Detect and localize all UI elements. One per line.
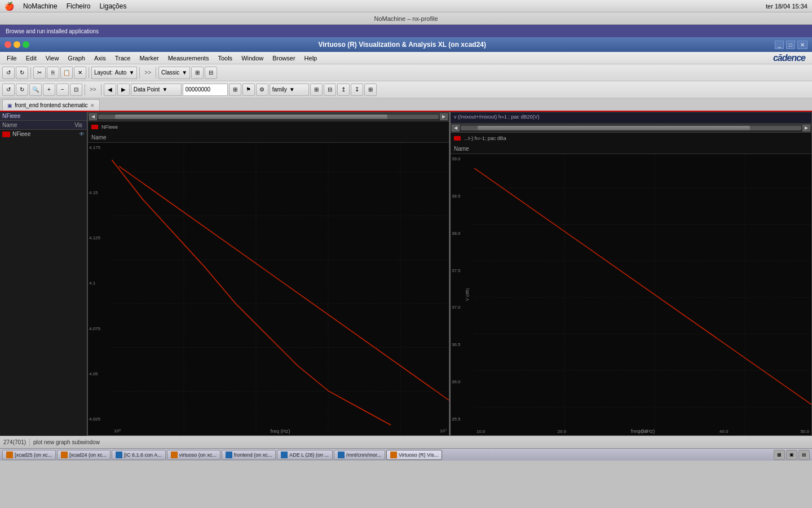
graph2-scroll-track[interactable]	[461, 126, 801, 130]
tb1-cut[interactable]: ✂	[33, 67, 46, 79]
tb1-expand[interactable]: >>	[142, 69, 153, 76]
mac-menu-ligacoes[interactable]: Ligações	[99, 2, 126, 10]
tb2-sep2	[101, 84, 102, 95]
taskbar-sys-1[interactable]: ▦	[774, 450, 785, 460]
tb2-nav5[interactable]: ⊞	[364, 84, 377, 96]
graph2-y-5: 37.0	[452, 305, 474, 310]
graph2-scroll-right[interactable]: ▶	[802, 125, 810, 132]
tb2-grid[interactable]: ⊞	[229, 84, 241, 96]
cadence-logo: cādence	[773, 53, 810, 63]
value-input[interactable]: 00000000	[183, 84, 228, 96]
tb2-fit[interactable]: ⊡	[70, 84, 82, 96]
graph1-legend-row: NFieee	[88, 121, 449, 133]
tb2-zoom-plus[interactable]: +	[43, 84, 55, 96]
graph1-x-min: 10⁰	[114, 428, 121, 434]
graph2-x-max: 50.0	[800, 429, 809, 434]
win-controls	[5, 41, 29, 48]
graph2-y-1: 39.0	[452, 156, 474, 161]
tb2-nav2[interactable]: ⊟	[324, 84, 336, 96]
taskbar-item-3[interactable]: virtuoso (on xc...	[167, 450, 220, 460]
graph1-scroll-left[interactable]: ◀	[89, 113, 97, 120]
close-button[interactable]	[5, 41, 11, 48]
graph1-scroll-thumb[interactable]	[115, 115, 387, 119]
graph1-y-bot: 4.025	[89, 417, 112, 422]
tb1-icon1[interactable]: ⊞	[191, 67, 204, 79]
graph2-x-min: 10.0	[476, 429, 486, 434]
menu-file[interactable]: File	[2, 54, 21, 63]
legend-eye-icon[interactable]: 👁	[79, 131, 85, 137]
graph2-legend-text: ...t-) h=-1; pac dBa	[464, 135, 506, 141]
tb1-icon2[interactable]: ⊟	[205, 67, 217, 79]
apple-icon[interactable]: 🍎	[5, 2, 14, 11]
menu-graph[interactable]: Graph	[63, 54, 90, 63]
classic-arrow-icon: ▼	[182, 69, 187, 76]
title-ctrl-1[interactable]: _	[775, 41, 784, 49]
graph1-legend-text: NFieee	[102, 124, 118, 130]
tb2-zoom-in[interactable]: 🔍	[29, 84, 42, 96]
taskbar-icon-0	[6, 452, 13, 458]
menu-axis[interactable]: Axis	[90, 54, 111, 63]
tab-close-icon[interactable]: ✕	[90, 103, 95, 108]
menu-marker[interactable]: Marker	[135, 54, 163, 63]
menu-tools[interactable]: Tools	[213, 54, 237, 63]
menu-window[interactable]: Window	[237, 54, 268, 63]
tb1-fwd[interactable]: ↻	[16, 67, 28, 79]
virt-title-text: Virtuoso (R) Visualization & Analysis XL…	[318, 41, 486, 49]
taskbar-item-4[interactable]: frontend (on xc...	[222, 450, 276, 460]
tb2-zoom-minus[interactable]: −	[56, 84, 69, 96]
tb1-close[interactable]: ✕	[74, 67, 86, 79]
mac-menu-ficheiro[interactable]: Ficheiro	[67, 2, 91, 10]
tb1-back[interactable]: ↺	[2, 67, 15, 79]
tab-bar: ▣ front_end frontend schematic ✕	[0, 98, 812, 112]
data-point-select[interactable]: Data Point ▼	[131, 84, 182, 96]
tb2-back[interactable]: ↺	[2, 84, 15, 96]
classic-select[interactable]: Classic ▼	[158, 67, 190, 79]
taskbar-label-2: [IC 6.1.6 con A...	[124, 452, 162, 458]
tb2-fwd[interactable]: ↻	[16, 84, 28, 96]
title-ctrl-2[interactable]: □	[786, 41, 795, 49]
taskbar-item-6[interactable]: /mnt/cnm/mor...	[334, 450, 385, 460]
taskbar-item-2[interactable]: [IC 6.1.6 con A...	[112, 450, 166, 460]
maximize-button[interactable]	[23, 41, 29, 48]
tb1-copy[interactable]: ⎘	[47, 67, 59, 79]
layout-dropdown[interactable]: Layout: Auto ▼	[91, 67, 137, 79]
tb1-paste[interactable]: 📋	[60, 67, 73, 79]
graph2-y-3: 38.0	[452, 231, 474, 236]
menu-help[interactable]: Help	[300, 54, 322, 63]
graph2-scroll-thumb[interactable]	[478, 126, 750, 130]
graph1-scroll-track[interactable]	[98, 115, 439, 119]
title-ctrl-3[interactable]: ✕	[797, 41, 807, 49]
minimize-button[interactable]	[14, 41, 20, 48]
tb2-expand[interactable]: >>	[87, 86, 99, 93]
tab-frontend[interactable]: ▣ front_end frontend schematic ✕	[2, 99, 100, 111]
graph2-scroll-left[interactable]: ◀	[452, 125, 460, 132]
data-point-label: Data Point	[134, 86, 160, 93]
svg-line-10	[119, 166, 449, 411]
menu-browser[interactable]: Browser	[268, 54, 299, 63]
tb2-nav1[interactable]: ⊞	[310, 84, 323, 96]
taskbar-label-5: ADE L (28) (on ...	[289, 452, 329, 458]
menu-edit[interactable]: Edit	[21, 54, 41, 63]
mac-menu-nomachine[interactable]: NoMachine	[23, 2, 58, 10]
graph1-scrollbar[interactable]: ◀ ▶	[88, 112, 449, 121]
family-select[interactable]: family ▼	[270, 84, 309, 96]
taskbar-item-0[interactable]: [xcad25 (on xc...	[2, 450, 56, 460]
tb2-settings[interactable]: ⚙	[256, 84, 268, 96]
taskbar-item-7[interactable]: Virtuoso (R) Vis...	[386, 450, 442, 460]
menu-measurements[interactable]: Measurements	[164, 54, 214, 63]
taskbar-sys-3[interactable]: ▤	[798, 450, 810, 460]
tb2-arrow-left[interactable]: ◀	[104, 84, 116, 96]
menu-trace[interactable]: Trace	[111, 54, 135, 63]
taskbar-sys-2[interactable]: ▣	[786, 450, 797, 460]
graph1-scroll-right[interactable]: ▶	[440, 113, 448, 120]
graph2-scrollbar[interactable]: ◀ ▶	[451, 124, 811, 133]
taskbar-item-5[interactable]: ADE L (28) (on ...	[277, 450, 333, 460]
tb2-flag[interactable]: ⚑	[242, 84, 255, 96]
taskbar-item-1[interactable]: [xcad24 (on xc...	[57, 450, 111, 460]
taskbar-label-0: [xcad25 (on xc...	[15, 452, 52, 458]
tb2-arrow-right[interactable]: ▶	[117, 84, 130, 96]
layout-value: Auto	[115, 69, 127, 76]
menu-view[interactable]: View	[41, 54, 64, 63]
tb2-nav4[interactable]: ↧	[351, 84, 363, 96]
tb2-nav3[interactable]: ↥	[337, 84, 350, 96]
